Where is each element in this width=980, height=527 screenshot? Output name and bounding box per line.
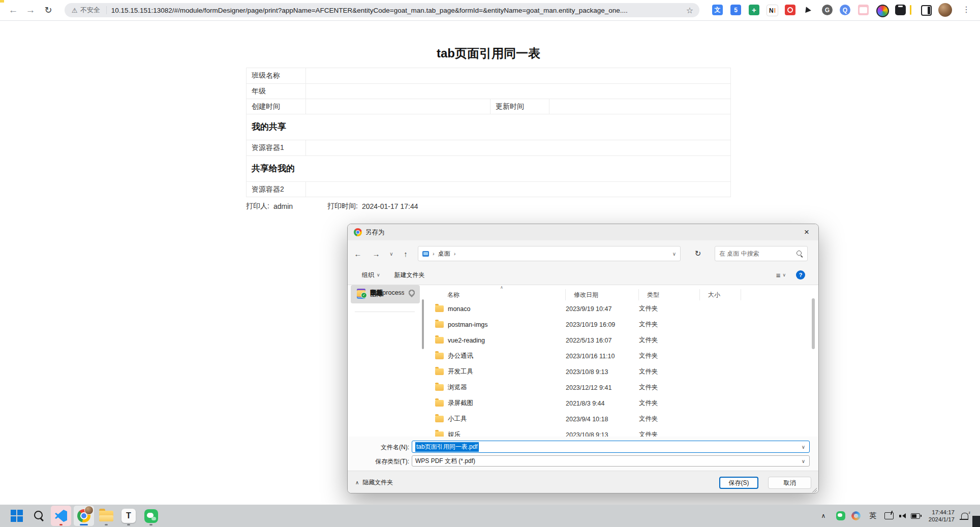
taskbar-search-button[interactable] <box>29 506 49 526</box>
taskbar-vscode-button[interactable] <box>51 506 71 526</box>
sidebar-item[interactable]: bfp_process_c <box>351 285 420 300</box>
cancel-button[interactable]: 取消 <box>768 477 811 489</box>
forward-icon[interactable]: → <box>22 2 39 18</box>
address-bar[interactable]: ⚠ 不安全 10.15.15.151:13082/#/module/formDe… <box>65 3 699 17</box>
table-row: 资源容器2 <box>247 181 730 197</box>
file-row[interactable]: monaco 2023/9/19 10:47 文件夹 <box>433 301 788 317</box>
help-button[interactable]: ? <box>796 270 805 280</box>
sidebar-scrollbar[interactable] <box>422 299 424 349</box>
tray-display-pen-icon[interactable] <box>882 505 896 527</box>
file-list: monaco 2023/9/19 10:47 文件夹 postman-imgs … <box>433 301 788 437</box>
vscode-icon <box>55 510 67 522</box>
column-header-type[interactable]: 类型 <box>639 289 700 300</box>
running-indicator <box>127 524 130 525</box>
file-list-scrollbar[interactable] <box>812 298 815 349</box>
security-chip[interactable]: ⚠ 不安全 <box>65 6 106 15</box>
tray-clock[interactable]: 17:44:17 2024/1/17 <box>922 505 955 527</box>
filename-value: tab页面引用同一表.pdf <box>415 442 479 452</box>
file-row[interactable]: 录屏截图 2021/8/3 9:44 文件夹 <box>433 395 788 411</box>
nav-recent-chevron-icon[interactable]: ∨ <box>384 245 399 262</box>
hide-folders-button[interactable]: ∧ 隐藏文件夹 <box>355 478 393 487</box>
browser-menu-kebab-icon[interactable]: ⋮ <box>962 5 970 14</box>
clipboard-extension-icon[interactable] <box>895 5 906 15</box>
show-desktop-corner[interactable] <box>972 516 980 527</box>
camera-extension-icon[interactable] <box>785 5 795 15</box>
taskbar-explorer-button[interactable] <box>96 506 116 526</box>
taskbar-chrome-button[interactable] <box>74 506 94 526</box>
tray-overflow-chevron-icon[interactable]: ∧ <box>817 505 830 527</box>
search-placeholder: 在 桌面 中搜索 <box>719 250 759 258</box>
file-row[interactable]: vue2-reading 2022/5/13 16:07 文件夹 <box>433 332 788 348</box>
chevron-down-icon: ∨ <box>782 272 786 277</box>
q-circle-extension-icon[interactable]: Q <box>840 5 850 15</box>
save-type-select[interactable]: WPS PDF 文档 (*.pdf) ∨ <box>412 455 810 467</box>
column-header-name[interactable]: 名称 <box>433 289 566 300</box>
chevron-down-icon[interactable]: ∨ <box>802 444 805 450</box>
sidebar-toggle-icon[interactable] <box>921 5 932 16</box>
tray-wechat-icon[interactable] <box>835 505 847 527</box>
column-header-size[interactable]: 大小 <box>700 289 741 300</box>
breadcrumb-dropdown-icon[interactable]: ∨ <box>672 251 676 257</box>
g-circle-extension-icon[interactable]: G <box>822 5 833 15</box>
view-mode-button[interactable]: ≡ ∨ <box>776 271 786 280</box>
save-button[interactable]: 保存(S) <box>719 477 758 489</box>
tray-speaker-icon[interactable] <box>897 505 909 527</box>
start-button[interactable] <box>7 506 27 526</box>
tray-notification-bell-icon[interactable]: z <box>958 505 972 527</box>
nav-up-icon[interactable]: ↑ <box>399 245 413 262</box>
organize-button[interactable]: 组织∨ <box>362 271 380 280</box>
breadcrumb-item-desktop[interactable]: 桌面 <box>438 250 450 258</box>
bookmark-star-icon[interactable]: ☆ <box>686 6 693 15</box>
file-row[interactable]: 小工具 2023/9/4 10:18 文件夹 <box>433 411 788 427</box>
five-extension-icon[interactable]: 5 <box>730 5 741 15</box>
file-type: 文件夹 <box>639 336 700 345</box>
resize-grip[interactable] <box>812 488 817 492</box>
translate-extension-icon[interactable]: 文 <box>712 5 723 15</box>
url-text[interactable]: 10.15.15.151:13082/#/module/formDesigner… <box>107 7 628 14</box>
file-type: 文件夹 <box>639 383 700 392</box>
warning-icon: ⚠ <box>72 7 78 14</box>
table-row: 资源容器1 <box>247 140 730 156</box>
tv-extension-icon[interactable] <box>858 5 869 15</box>
reload-icon[interactable]: ↻ <box>40 2 56 18</box>
file-row[interactable]: postman-imgs 2023/10/19 16:09 文件夹 <box>433 317 788 332</box>
search-icon <box>34 511 44 521</box>
new-folder-button[interactable]: 新建文件夹 <box>394 271 425 280</box>
print-time-value: 2024-01-17 17:44 <box>362 202 418 210</box>
running-indicator <box>105 524 108 525</box>
dialog-titlebar[interactable]: 另存为 <box>348 224 818 240</box>
notion-extension-icon[interactable]: NI <box>767 5 778 16</box>
refresh-icon[interactable]: ↻ <box>689 246 707 261</box>
tray-swirl-icon[interactable] <box>850 505 862 527</box>
file-row[interactable]: 开发工具 2023/10/8 9:13 文件夹 <box>433 364 788 380</box>
field-value <box>306 68 730 83</box>
nav-back-icon[interactable]: ← <box>351 245 365 262</box>
search-input[interactable]: 在 桌面 中搜索 <box>715 246 808 261</box>
ime-indicator[interactable]: 英 <box>866 505 879 527</box>
dialog-file-inputs: 文件名(N): tab页面引用同一表.pdf ∨ 保存类型(T): WPS PD… <box>348 437 818 471</box>
close-icon[interactable]: × <box>795 224 818 240</box>
cursor-extension-icon[interactable] <box>803 5 814 15</box>
taskbar-wechat-button[interactable] <box>141 506 161 526</box>
active-indicator <box>80 524 88 525</box>
file-row[interactable]: 办公通讯 2023/10/16 11:10 文件夹 <box>433 348 788 364</box>
folder-icon <box>435 431 444 437</box>
file-row[interactable]: 娱乐 2023/10/8 9:13 文件夹 <box>433 427 788 437</box>
file-row[interactable]: 浏览器 2023/12/12 9:41 文件夹 <box>433 380 788 395</box>
column-header-date[interactable]: 修改日期 <box>566 289 639 300</box>
section-heading: 共享给我的 <box>247 156 730 181</box>
tray-battery-icon[interactable] <box>909 505 922 527</box>
folder-icon <box>435 337 444 344</box>
file-type: 文件夹 <box>639 304 700 313</box>
nav-forward-icon[interactable]: → <box>369 245 383 262</box>
file-date: 2023/10/19 16:09 <box>566 321 639 328</box>
table-plus-extension-icon[interactable]: + <box>749 5 759 15</box>
chrome-icon <box>354 228 362 236</box>
filename-input[interactable]: tab页面引用同一表.pdf ∨ <box>412 441 810 453</box>
chevron-down-icon[interactable]: ∨ <box>802 458 805 464</box>
taskbar-typora-button[interactable]: T <box>118 506 139 526</box>
breadcrumb[interactable]: › 桌面 › ∨ <box>418 246 681 261</box>
back-icon[interactable]: ← <box>5 2 21 18</box>
profile-avatar[interactable] <box>938 3 952 17</box>
brain-extension-icon[interactable] <box>876 5 889 17</box>
